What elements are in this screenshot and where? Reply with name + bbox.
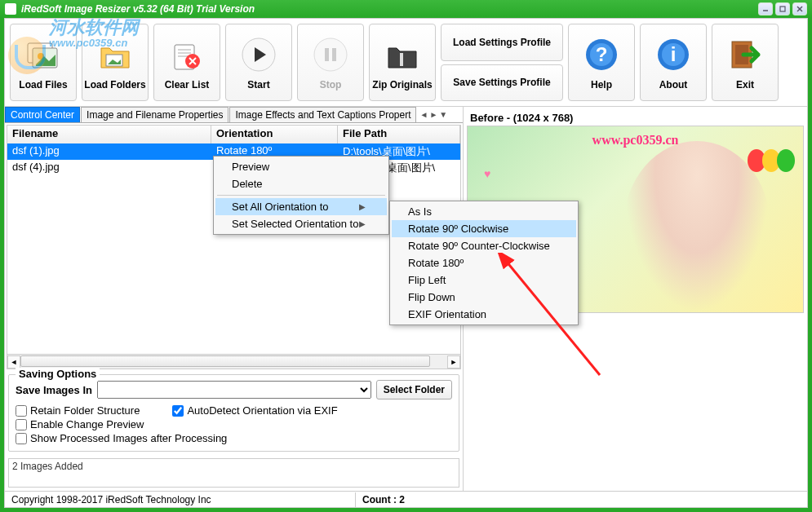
status-bar: Copyright 1998-2017 iRedSoft Technology …	[5, 491, 807, 507]
tab-nav: ◄ ► ▼	[417, 107, 450, 122]
tab-image-effects-captions[interactable]: Image Effects and Text Captions Propert	[229, 107, 416, 122]
tab-nav-left-icon[interactable]: ◄	[419, 110, 428, 119]
about-label: About	[659, 79, 688, 90]
scroll-right-icon[interactable]: ►	[447, 355, 460, 369]
scroll-thumb[interactable]	[20, 355, 430, 367]
start-button[interactable]: Start	[225, 24, 292, 101]
horizontal-scrollbar[interactable]: ◄ ►	[7, 354, 460, 369]
close-button[interactable]	[792, 2, 807, 15]
help-label: Help	[591, 79, 612, 90]
tab-image-filename-properties[interactable]: Image and Filename Properties	[81, 107, 229, 122]
header-orientation[interactable]: Orientation	[211, 126, 338, 143]
load-files-button[interactable]: Load Files	[10, 24, 77, 101]
clear-list-button[interactable]: Clear List	[153, 24, 220, 101]
zip-folder-icon	[383, 35, 422, 74]
save-settings-button[interactable]: Save Settings Profile	[441, 64, 563, 102]
menu-set-selected-orientation[interactable]: Set Selected Orientation to▶	[215, 215, 387, 232]
save-images-in-label: Save Images In	[16, 384, 92, 396]
menu-preview[interactable]: Preview	[215, 158, 387, 175]
exit-icon	[725, 35, 765, 74]
stop-label: Stop	[320, 79, 342, 90]
menu-rotate-90-cw[interactable]: Rotate 90º Clockwise	[392, 220, 576, 237]
title-bar: iRedSoft Image Resizer v5.32 (64 Bit) Tr…	[0, 0, 812, 18]
show-after-processing-checkbox[interactable]: Show Processed Images after Processing	[16, 432, 452, 444]
tab-control-center[interactable]: Control Center	[5, 107, 80, 122]
autodetect-exif-checkbox[interactable]: AutoDetect Orientation via EXIF	[172, 404, 337, 417]
clear-list-label: Clear List	[165, 79, 210, 90]
preview-watermark-url: www.pc0359.cn	[592, 133, 679, 148]
header-filename[interactable]: Filename	[7, 126, 211, 143]
svg-rect-1	[780, 7, 785, 11]
app-logo-icon	[5, 3, 16, 15]
copyright-text: Copyright 1998-2017 iRedSoft Technology …	[5, 492, 356, 507]
tab-nav-right-icon[interactable]: ►	[429, 110, 437, 119]
photos-icon	[24, 35, 63, 74]
menu-as-is[interactable]: As Is	[392, 203, 576, 220]
preview-label: Before - (1024 x 768)	[467, 110, 804, 126]
clear-list-icon	[167, 35, 206, 74]
svg-text:i: i	[671, 43, 677, 65]
menu-delete[interactable]: Delete	[215, 175, 387, 192]
enable-change-preview-checkbox[interactable]: Enable Change Preview	[16, 418, 144, 430]
context-submenu-orientation: As Is Rotate 90º Clockwise Rotate 90º Co…	[389, 201, 579, 325]
log-box[interactable]: 2 Images Added	[8, 458, 459, 488]
saving-options-group: Saving Options Save Images In Select Fol…	[8, 374, 459, 452]
zip-originals-label: Zip Originals	[372, 79, 432, 90]
pause-icon	[311, 35, 350, 74]
context-menu-main: Preview Delete Set All Orientation to▶ S…	[213, 156, 389, 235]
select-folder-button[interactable]: Select Folder	[376, 380, 452, 399]
stop-button[interactable]: Stop	[297, 24, 364, 101]
header-filepath[interactable]: File Path	[338, 126, 460, 143]
svg-rect-18	[332, 48, 336, 61]
load-folders-button[interactable]: Load Folders	[82, 24, 149, 101]
exit-button[interactable]: Exit	[712, 24, 779, 101]
load-folders-label: Load Folders	[84, 79, 145, 90]
save-images-in-select[interactable]	[97, 381, 371, 399]
main-toolbar: Load Files Load Folders Clear List Start…	[5, 19, 807, 107]
tab-bar: Control Center Image and Filename Proper…	[5, 107, 463, 123]
maximize-button[interactable]	[775, 2, 790, 15]
saving-options-legend: Saving Options	[16, 368, 100, 380]
play-icon	[239, 35, 278, 74]
window-title: iRedSoft Image Resizer v5.32 (64 Bit) Tr…	[21, 3, 255, 15]
folder-photos-icon	[95, 35, 135, 74]
submenu-arrow-icon: ▶	[359, 219, 366, 228]
menu-flip-down[interactable]: Flip Down	[392, 289, 576, 306]
log-text: 2 Images Added	[12, 461, 455, 472]
submenu-arrow-icon: ▶	[359, 202, 366, 211]
scroll-left-icon[interactable]: ◄	[7, 355, 20, 369]
start-label: Start	[247, 79, 269, 90]
minimize-button[interactable]	[758, 2, 773, 15]
balloons-icon	[749, 151, 793, 174]
svg-rect-17	[325, 48, 329, 61]
help-button[interactable]: ? Help	[568, 24, 635, 101]
count-text: Count : 2	[356, 492, 411, 507]
svg-point-16	[314, 38, 347, 71]
retain-folder-checkbox[interactable]: Retain Folder Structure	[16, 404, 140, 417]
menu-rotate-90-ccw[interactable]: Rotate 90º Counter-Clockwise	[392, 237, 576, 254]
zip-originals-button[interactable]: Zip Originals	[369, 24, 436, 101]
menu-flip-left[interactable]: Flip Left	[392, 271, 576, 289]
menu-exif-orientation[interactable]: EXIF Orientation	[392, 306, 576, 323]
menu-separator	[217, 195, 385, 196]
menu-set-all-orientation[interactable]: Set All Orientation to▶	[215, 198, 387, 215]
info-icon: i	[654, 35, 693, 74]
help-icon: ?	[582, 35, 621, 74]
svg-rect-19	[400, 53, 403, 66]
svg-text:?: ?	[596, 43, 608, 65]
tab-nav-dropdown-icon[interactable]: ▼	[439, 110, 447, 119]
menu-rotate-180[interactable]: Rotate 180º	[392, 254, 576, 271]
exit-label: Exit	[736, 79, 754, 90]
about-button[interactable]: i About	[640, 24, 707, 101]
heart-icon: ♥	[484, 167, 490, 180]
load-files-label: Load Files	[19, 79, 67, 90]
load-settings-button[interactable]: Load Settings Profile	[441, 24, 563, 61]
